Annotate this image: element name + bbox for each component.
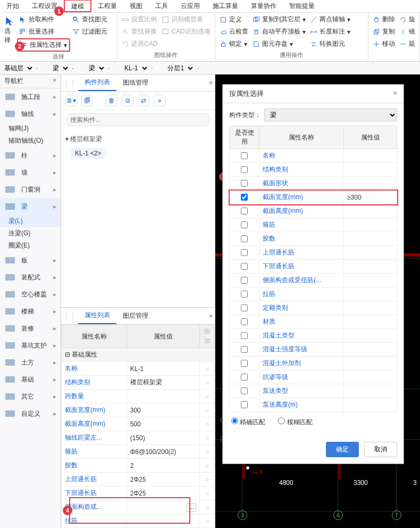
attr-checkbox[interactable] [241, 277, 248, 284]
prop-row[interactable]: 结构类别楼层框架梁○ [62, 376, 215, 390]
attr-row[interactable]: 材质 [230, 315, 397, 329]
mid-close-icon[interactable]: × [209, 79, 213, 87]
prop-row[interactable]: 名称KL-1○ [62, 362, 215, 376]
batch-select-button[interactable]: 批量选择 [17, 26, 70, 37]
menu-construction-qty[interactable]: 施工算量 [206, 0, 245, 12]
cloud-check-button[interactable]: 云检查 [217, 26, 250, 37]
select-by-attr-button[interactable]: 按属性选择 ▾ [17, 38, 70, 52]
type1-select[interactable]: 梁 [48, 63, 70, 73]
menu-start[interactable]: 开始 [0, 0, 26, 12]
nav-category-custom[interactable]: 自定义▸ [0, 405, 61, 422]
prop-close-icon[interactable]: × [209, 312, 213, 320]
nav-sub[interactable]: 轴网(J) [0, 122, 61, 135]
nav-category-column[interactable]: 柱▸ [0, 147, 61, 164]
nav-category-decor[interactable]: 装修▸ [0, 320, 61, 337]
prop-row[interactable]: 轴线距梁左...(150)○ [62, 431, 215, 445]
copy-button[interactable]: 复制 [371, 26, 397, 37]
nav-sub[interactable]: 辅助轴线(O) [0, 135, 61, 147]
attr-row[interactable]: 箍筋 [230, 218, 397, 232]
drag-handle-icon[interactable]: ⋮⋮ [63, 312, 76, 320]
drag-handle-icon[interactable]: ⋮⋮ [63, 79, 76, 87]
attr-row[interactable]: 拉筋 [230, 287, 397, 301]
tab-prop-list[interactable]: 属性列表 [78, 308, 116, 324]
floor-select[interactable]: 基础层 [0, 63, 34, 73]
attr-checkbox[interactable] [241, 194, 248, 201]
attr-row[interactable]: 抗渗等级 [230, 370, 397, 384]
find-replace-button[interactable]: 查找替换 [120, 26, 159, 37]
new-button[interactable]: 🗎▾ [65, 95, 77, 106]
nav-category-earth[interactable]: 土方▸ [0, 354, 61, 371]
attr-row[interactable]: 下部通长筋 [230, 260, 397, 274]
nav-category-axis[interactable]: 轴线▸ [0, 105, 61, 122]
rotate-button[interactable]: 旋 [397, 14, 417, 25]
attr-row[interactable]: 泵送类型 [230, 384, 397, 398]
attr-checkbox[interactable] [241, 152, 248, 159]
attr-row[interactable]: 混凝土强度等级 [230, 343, 397, 357]
copy-item-button[interactable]: 🗐 [81, 95, 93, 106]
attr-row[interactable]: 混凝土类型 [230, 329, 397, 343]
duplicate-button[interactable]: ⧉ [122, 95, 133, 106]
prop-row[interactable]: 截面高度(mm)500○ [62, 417, 215, 431]
length-annotate-button[interactable]: 长度标注 ▾ [308, 26, 352, 37]
attr-checkbox[interactable] [241, 180, 248, 187]
delete-item-button[interactable]: 🗑 [106, 95, 117, 106]
attr-checkbox[interactable] [241, 235, 248, 242]
save-primitive-button[interactable]: 图元存盘 ▾ [250, 38, 308, 50]
attr-checkbox[interactable] [241, 401, 248, 408]
section-select[interactable]: 分层1 [163, 63, 195, 73]
radio-exact[interactable]: 精确匹配 [231, 417, 265, 427]
dialog-close-icon[interactable]: × [393, 89, 397, 98]
nav-sub[interactable]: 梁(L) [0, 215, 61, 227]
attr-checkbox[interactable] [241, 166, 248, 173]
filter-primitive-button[interactable]: 过滤图元 [70, 26, 110, 37]
tree-item[interactable]: KL-1 <2> [71, 148, 105, 159]
delete-button[interactable]: 删除 [371, 14, 397, 25]
prop-row[interactable]: 截面宽度(mm)300○ [62, 403, 215, 417]
nav-category-other[interactable]: 其它▸ [0, 388, 61, 405]
copy-to-floor-button[interactable]: 复制到其它层 ▾ [250, 14, 308, 25]
menu-qty-collab[interactable]: 算量协作 [245, 0, 283, 12]
tree-root[interactable]: ▾ 楼层框架梁 [65, 135, 211, 144]
prop-row[interactable]: 拉筋○ [62, 514, 215, 528]
attr-row[interactable]: 泵送高度(m) [230, 398, 397, 412]
attr-row[interactable]: 上部通长筋 [230, 246, 397, 260]
tab-drawing-manage[interactable]: 图纸管理 [116, 75, 155, 90]
nav-category-pit[interactable]: 基坑支护▸ [0, 337, 61, 354]
prop-row[interactable]: 跨数量○ [62, 390, 215, 403]
menu-tools[interactable]: 工具 [149, 0, 174, 12]
nav-category-slab[interactable]: 板▸ [0, 252, 61, 269]
nav-category-foundation[interactable]: 基础▸ [0, 371, 61, 388]
nav-category-hollow[interactable]: 空心楼盖▸ [0, 286, 61, 303]
nav-category-wall[interactable]: 墙▸ [0, 164, 61, 181]
mirror-button[interactable]: 镜 [397, 26, 417, 37]
component-select[interactable]: KL-1 [120, 63, 149, 73]
attr-checkbox[interactable] [241, 249, 248, 256]
attr-row[interactable]: 侧面构造或受扭筋(... [230, 274, 397, 287]
menu-view[interactable]: 视图 [123, 0, 149, 12]
attr-checkbox[interactable] [241, 332, 248, 339]
identify-floor-button[interactable]: 识别楼层表 [159, 14, 212, 25]
nav-category-beam[interactable]: 梁▸ [0, 198, 61, 215]
type-select[interactable]: 梁 [264, 109, 397, 121]
extend-button[interactable]: 延 [397, 38, 417, 50]
pick-component-button[interactable]: 拾取构件 [17, 14, 70, 25]
attr-checkbox[interactable] [241, 221, 248, 228]
prop-row[interactable]: 箍筋Φ8@100/200(2)○ [62, 445, 215, 459]
move-button[interactable]: 移动 [371, 38, 397, 50]
search-input[interactable] [65, 113, 211, 126]
type2-select[interactable]: 梁 [85, 63, 106, 73]
restore-cad-button[interactable]: 还原CAD [120, 38, 159, 50]
lock-button[interactable]: 锁定 ▾ [217, 38, 250, 50]
attr-row[interactable]: 名称 [230, 149, 397, 163]
menu-modeling[interactable]: 建模 [64, 0, 91, 12]
nav-category-prefab[interactable]: 装配式▸ [0, 269, 61, 286]
ok-button[interactable]: 确定 [326, 442, 359, 457]
attr-row[interactable]: 截面宽度(mm)≥300 [230, 191, 397, 204]
prop-row[interactable]: 胶数2○ [62, 459, 215, 473]
prop-row[interactable]: 上部通长筋2Φ25○ [62, 473, 215, 486]
attr-checkbox[interactable] [241, 263, 248, 270]
more-button[interactable]: » [154, 95, 165, 106]
attr-checkbox[interactable] [241, 304, 248, 311]
attr-row[interactable]: 胶数 [230, 232, 397, 246]
menu-quantity[interactable]: 工程量 [91, 0, 123, 12]
